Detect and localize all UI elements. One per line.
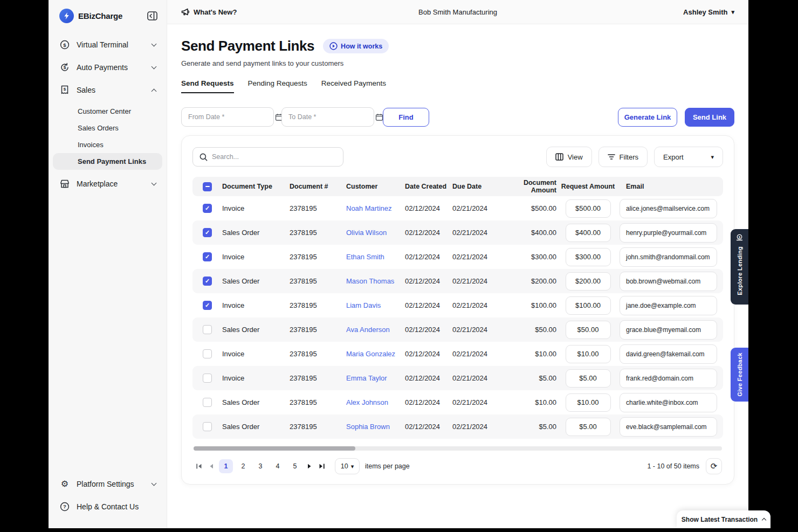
row-checkbox[interactable] (203, 374, 212, 383)
receipt-icon: $ (59, 85, 70, 95)
show-latest-transaction-button[interactable]: Show Latest Transaction (677, 510, 771, 528)
email-input[interactable]: bob.brown@webmail.com (620, 272, 717, 291)
page-button-1[interactable]: 1 (219, 459, 233, 473)
document-number-cell: 2378195 (290, 253, 346, 261)
page-button-3[interactable]: 3 (253, 459, 267, 473)
request-amount-input[interactable]: $500.00 (566, 199, 611, 218)
chevron-down-icon (152, 64, 157, 70)
to-date-field[interactable] (281, 107, 374, 127)
filters-button[interactable]: Filters (598, 147, 648, 167)
tab-send-requests[interactable]: Send Requests (181, 79, 234, 93)
how-it-works-button[interactable]: How it works (323, 39, 389, 53)
request-amount-input[interactable]: $5.00 (566, 369, 611, 388)
whats-new-button[interactable]: What's New? (181, 8, 237, 16)
first-page-button[interactable] (194, 459, 205, 473)
customer-link[interactable]: Mason Thomas (346, 277, 405, 285)
sidebar-item-send-payment-links[interactable]: Send Payment Links (53, 153, 162, 170)
sidebar-item-sales-orders[interactable]: Sales Orders (53, 120, 162, 136)
document-number-cell: 2378195 (290, 398, 346, 406)
email-input[interactable]: alice.jones@mailservice.com (620, 199, 717, 218)
send-link-button[interactable]: Send Link (685, 108, 734, 127)
row-checkbox[interactable] (203, 277, 212, 286)
email-input[interactable]: david.green@fakemail.com (620, 344, 717, 364)
customer-link[interactable]: Sophia Brown (346, 423, 405, 431)
customer-link[interactable]: Alex Johnson (346, 398, 405, 406)
horizontal-scrollbar[interactable] (194, 446, 722, 451)
row-checkbox[interactable] (203, 422, 212, 431)
refresh-button[interactable]: ⟳ (706, 458, 722, 474)
export-button[interactable]: Export ▾ (654, 147, 723, 167)
row-checkbox[interactable] (203, 398, 212, 407)
email-input[interactable]: charlie.white@inbox.com (620, 393, 717, 412)
email-input[interactable]: eve.black@samplemail.com (620, 417, 717, 437)
give-feedback-tab[interactable]: Give Feedback (731, 348, 748, 402)
request-amount-input[interactable]: $50.00 (566, 321, 611, 339)
row-checkbox[interactable] (203, 228, 212, 237)
row-checkbox[interactable] (203, 349, 212, 358)
customer-link[interactable]: Noah Martinez (346, 204, 405, 212)
customer-link[interactable]: Maria Gonzalez (346, 350, 405, 358)
row-checkbox[interactable] (203, 204, 212, 213)
customer-link[interactable]: Olivia Wilson (346, 229, 405, 237)
page-size-select[interactable]: 10 ▾ (335, 458, 360, 474)
storefront-icon (59, 178, 70, 189)
select-all-checkbox[interactable] (203, 182, 212, 191)
sidebar-item-invoices[interactable]: Invoices (53, 136, 162, 153)
email-input[interactable]: jane.doe@example.com (620, 296, 717, 315)
due-date-cell: 02/21/2024 (452, 374, 500, 382)
previous-page-button[interactable] (205, 459, 217, 473)
row-checkbox[interactable] (203, 301, 212, 310)
date-created-cell: 02/12/2024 (405, 374, 452, 382)
sidebar-collapse-icon[interactable] (146, 10, 158, 22)
generate-link-button[interactable]: Generate Link (618, 108, 677, 127)
search-input[interactable] (212, 153, 336, 161)
tab-pending-requests[interactable]: Pending Requests (248, 79, 307, 93)
sidebar-item-help-contact[interactable]: ? Help & Contact Us (53, 496, 162, 517)
svg-text:$: $ (739, 236, 740, 239)
sidebar-item-platform-settings[interactable]: ⚙ Platform Settings (53, 473, 162, 495)
tab-received-payments[interactable]: Received Payments (321, 79, 386, 93)
view-button[interactable]: View (546, 147, 592, 167)
search-field[interactable] (192, 147, 343, 167)
email-input[interactable]: frank.red@domain.com (620, 369, 717, 388)
find-button[interactable]: Find (383, 108, 429, 127)
from-date-field[interactable] (181, 107, 274, 127)
page-button-4[interactable]: 4 (271, 459, 285, 473)
scrollbar-thumb[interactable] (194, 446, 355, 451)
request-amount-input[interactable]: $400.00 (566, 224, 611, 242)
document-amount-cell: $500.00 (500, 204, 556, 212)
to-date-input[interactable] (288, 113, 375, 121)
row-checkbox[interactable] (203, 252, 212, 261)
sidebar-item-sales[interactable]: $ Sales (53, 79, 162, 101)
customer-link[interactable]: Ethan Smith (346, 253, 405, 261)
sidebar-item-virtual-terminal[interactable]: $ Virtual Terminal (53, 34, 162, 56)
chevron-up-icon (152, 88, 157, 94)
email-input[interactable]: john.smith@randommail.com (620, 247, 717, 267)
customer-link[interactable]: Ava Anderson (346, 326, 405, 334)
request-amount-input[interactable]: $100.00 (566, 296, 611, 315)
next-page-button[interactable] (304, 459, 315, 473)
explore-lending-tab[interactable]: $ Explore Lending (731, 229, 748, 305)
request-amount-input[interactable]: $10.00 (566, 345, 611, 363)
request-amount-input[interactable]: $200.00 (566, 272, 611, 291)
date-created-cell: 02/12/2024 (405, 277, 452, 285)
page-button-2[interactable]: 2 (236, 459, 250, 473)
user-menu[interactable]: Ashley Smith ▾ (683, 8, 734, 16)
sidebar-item-customer-center[interactable]: Customer Center (53, 103, 162, 120)
sidebar-item-auto-payments[interactable]: $ Auto Payments (53, 57, 162, 78)
page-button-5[interactable]: 5 (288, 459, 302, 473)
request-amount-input[interactable]: $10.00 (566, 393, 611, 412)
from-date-input[interactable] (188, 113, 275, 121)
row-checkbox[interactable] (203, 325, 212, 334)
request-amount-input[interactable]: $300.00 (566, 248, 611, 266)
sidebar-item-marketplace[interactable]: Marketplace (53, 173, 162, 195)
brand: EBizCharge (59, 9, 122, 23)
request-amount-input[interactable]: $5.00 (566, 418, 611, 436)
customer-link[interactable]: Liam Davis (346, 301, 405, 309)
email-input[interactable]: grace.blue@myemail.com (620, 320, 717, 340)
customer-link[interactable]: Emma Taylor (346, 374, 405, 382)
due-date-cell: 02/21/2024 (452, 326, 500, 334)
email-input[interactable]: henry.purple@yourmail.com (620, 223, 717, 243)
last-page-button[interactable] (315, 459, 327, 473)
chevron-down-icon (152, 181, 157, 186)
